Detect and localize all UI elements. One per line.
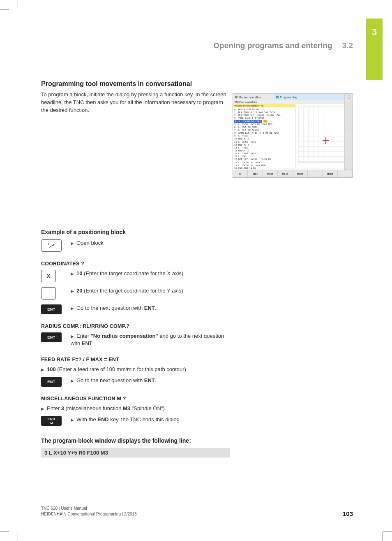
ss-grid xyxy=(298,107,350,163)
ss-path: TNC:\nc_prog\116.h xyxy=(233,100,353,104)
ss-code-panel: *Miscellaneous function M? 0 BEGIN PGM 1… xyxy=(233,104,295,168)
step-feed-pre: Go to the next question with xyxy=(76,377,144,383)
crop-mark xyxy=(18,0,18,9)
blank-key xyxy=(41,287,56,300)
ss-softkey: M103 xyxy=(263,170,278,177)
step-text: ▶With the END key, the TNC ends this dia… xyxy=(71,416,227,424)
ent-key-label: ENT xyxy=(47,307,55,311)
triangle-icon: ▶ xyxy=(71,334,74,339)
step-radius-pre: Enter xyxy=(76,333,91,339)
step-ent-feed: ENT ▶Go to the next question with ENT. xyxy=(41,377,353,387)
step-end: END ▶With the END key, the TNC ends this… xyxy=(41,416,353,426)
ss-softkey: M120 xyxy=(293,170,308,177)
misc-post: "Spindle ON"). xyxy=(130,405,166,411)
crop-mark xyxy=(383,532,392,532)
end-key: END xyxy=(41,416,62,426)
ss-code: 0 BEGIN PGM 14 MM 1 BLK FORM 0.1 Z X+0 Y… xyxy=(233,107,295,171)
feed-value: 100 xyxy=(47,366,56,372)
ss-side-btn xyxy=(344,130,353,140)
triangle-icon: ▶ xyxy=(71,289,74,293)
step-open-block: L ▶Open block xyxy=(41,239,353,252)
ss-code-pre: 0 BEGIN PGM 14 MM 1 BLK FORM 0.1 Z X+0 Y… xyxy=(234,108,281,119)
feed-bullet: ▶100 (Enter a feed rate of 100 mm/min fo… xyxy=(41,366,353,374)
prompt-radius: RADIUS COMP.: RL/RR/NO COMP.? xyxy=(41,323,353,329)
ss-cursor-icon xyxy=(324,139,327,142)
ss-softkey-row: M M94 M103 M118 M120 M128 xyxy=(233,170,353,177)
page-footer: TNC 620 | User's Manual HEIDENHAIN Conve… xyxy=(41,506,353,517)
svg-rect-1 xyxy=(276,96,279,98)
svg-point-2 xyxy=(347,95,350,99)
end-key-label: END xyxy=(48,418,55,421)
ss-softkey: M xyxy=(233,170,248,177)
ent-key-label: ENT xyxy=(47,335,55,339)
l-key-icon: L xyxy=(41,239,62,252)
result-code: 3 L X+10 Y+5 R0 F100 M3 xyxy=(41,448,230,457)
header-title: Opening programs and entering xyxy=(213,41,332,50)
step-end-pre: With the xyxy=(76,416,97,423)
step-ent-post: . xyxy=(155,305,157,311)
svg-point-0 xyxy=(235,96,238,98)
ss-code-post: 5 L X-30 Y+50 R0 FMAX M13 6 L Z+5 R0 FMA… xyxy=(234,123,279,169)
step-radius: ENT ▶Enter "No radius compensation" and … xyxy=(41,332,353,348)
step-end-b: END xyxy=(97,416,108,423)
prompt-coordinates: COORDINATES ? xyxy=(41,261,353,267)
ss-side-btn xyxy=(344,150,353,160)
step-ent-coords: ENT ▶Go to the next question with ENT. xyxy=(41,304,353,314)
end-key-square-icon xyxy=(51,422,53,424)
step-end-post: key, the TNC ends this dialog. xyxy=(109,416,181,423)
crop-mark xyxy=(383,532,383,541)
section-heading: Programming tool movements in conversati… xyxy=(41,80,353,88)
ent-key: ENT xyxy=(41,304,62,314)
triangle-icon: ▶ xyxy=(41,367,44,372)
ss-mode-programming: Programming xyxy=(274,94,344,100)
triangle-icon: ▶ xyxy=(41,406,44,411)
step-open-label: Open block xyxy=(76,240,104,246)
step-y-value: 20 xyxy=(76,288,82,294)
step-text: ▶20 (Enter the target coordinate for the… xyxy=(71,287,227,295)
ss-prompt-line: *Miscellaneous function M? xyxy=(233,104,295,107)
ss-softkey xyxy=(338,170,353,177)
step-feed-post: . xyxy=(155,377,157,383)
ss-softkey: M94 xyxy=(248,170,263,177)
footer-line1: TNC 620 | User's Manual xyxy=(41,506,137,511)
ent-key: ENT xyxy=(41,332,62,342)
step-x-value: 10 xyxy=(76,270,82,276)
ss-softkey: M128 xyxy=(323,170,337,177)
step-ent-pre: Go to the next question with xyxy=(76,305,144,311)
misc-bullet: ▶Enter 3 (miscellaneous function M3 "Spi… xyxy=(41,405,353,413)
ent-key: ENT xyxy=(41,377,62,387)
ss-softkey xyxy=(308,170,323,177)
ss-mode-manual: Manual operation xyxy=(233,94,274,100)
ss-mode1-label: Manual operation xyxy=(239,96,261,99)
step-y-desc: (Enter the target coordinate for the Y a… xyxy=(82,288,183,294)
ss-settings-icon xyxy=(344,94,353,100)
ss-side-btn xyxy=(344,120,353,130)
example-heading: Example of a positioning block xyxy=(41,229,353,235)
step-radius-b1: "No radius compensation" xyxy=(91,333,158,339)
x-key: X xyxy=(41,270,56,282)
step-x-coord: X ▶10 (Enter the target coordinate for t… xyxy=(41,270,353,282)
step-feed-b: ENT xyxy=(144,377,155,383)
misc-b2: M3 xyxy=(123,405,130,411)
step-text: ▶Enter "No radius compensation" and go t… xyxy=(71,332,227,348)
ss-side-btn xyxy=(344,110,353,120)
crop-mark xyxy=(0,532,9,532)
triangle-icon: ▶ xyxy=(71,378,74,383)
step-ent-b: ENT xyxy=(144,305,155,311)
svg-text:L: L xyxy=(48,242,50,246)
page-header: Opening programs and entering 3.2 xyxy=(41,41,353,50)
chapter-number: 3 xyxy=(372,27,377,37)
ss-softkey: M118 xyxy=(278,170,293,177)
triangle-icon: ▶ xyxy=(71,306,74,311)
step-y-coord: ▶20 (Enter the target coordinate for the… xyxy=(41,287,353,300)
chapter-tab: 3 xyxy=(366,19,383,80)
triangle-icon: ▶ xyxy=(71,241,74,246)
step-x-desc: (Enter the target coordinate for the X a… xyxy=(82,270,183,276)
misc-b1: 3 xyxy=(61,405,64,411)
prompt-misc: MISCELLANEOUS FUNCTION M ? xyxy=(41,396,353,402)
step-text: ▶Go to the next question with ENT. xyxy=(71,377,227,385)
step-text: ▶Open block xyxy=(71,239,227,247)
x-key-label: X xyxy=(47,273,51,279)
ss-side-btn xyxy=(344,160,353,170)
tnc-screenshot: Manual operation Programming TNC:\nc_pro… xyxy=(233,93,353,178)
